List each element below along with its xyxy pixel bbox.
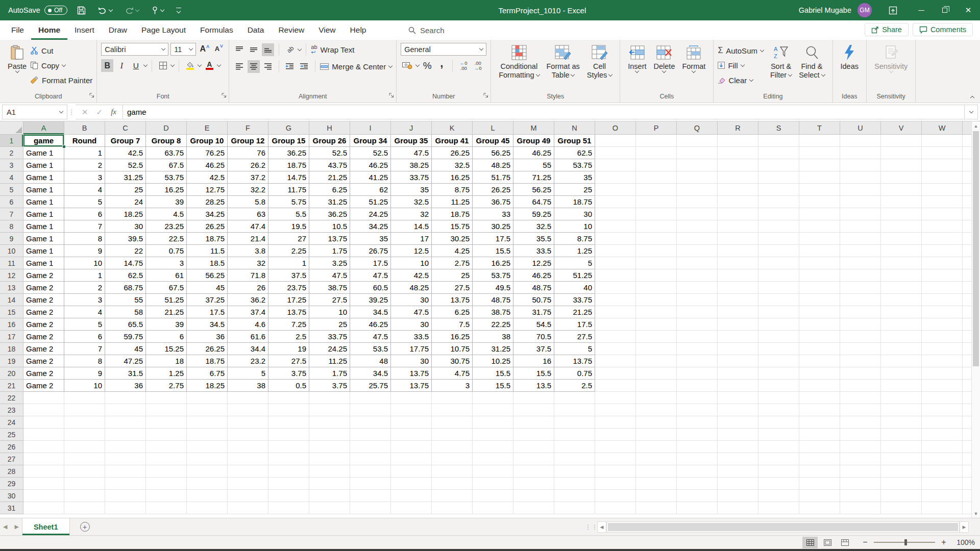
format-as-table-button[interactable]: Format as Table xyxy=(543,43,583,81)
cell-K5[interactable]: 8.75 xyxy=(432,184,473,196)
fill-button[interactable]: Fill xyxy=(718,59,764,72)
cell-A24[interactable] xyxy=(23,416,64,429)
cell-A1[interactable]: game xyxy=(23,135,64,147)
cell-N21[interactable]: 2.5 xyxy=(554,380,595,392)
cell-I1[interactable]: Group 34 xyxy=(350,135,391,147)
cell-J24[interactable] xyxy=(391,416,432,429)
cell-E5[interactable]: 12.75 xyxy=(187,184,228,196)
ribbon-tab-insert[interactable]: Insert xyxy=(67,20,102,40)
cell-O2[interactable] xyxy=(595,147,636,159)
cell-V19[interactable] xyxy=(881,355,922,367)
cell-D27[interactable] xyxy=(146,453,187,465)
cell-J18[interactable]: 17.75 xyxy=(391,343,432,355)
ribbon-tab-view[interactable]: View xyxy=(311,20,342,40)
ribbon-tab-draw[interactable]: Draw xyxy=(102,20,134,40)
cell-W10[interactable] xyxy=(922,245,963,257)
font-name-select[interactable]: Calibri xyxy=(101,43,168,56)
cell-C24[interactable] xyxy=(105,416,146,429)
cell-H20[interactable]: 1.75 xyxy=(309,367,350,380)
cell-B17[interactable]: 6 xyxy=(64,331,105,343)
cell-Q31[interactable] xyxy=(677,502,718,514)
cell-C7[interactable]: 18.25 xyxy=(105,208,146,220)
cell-U26[interactable] xyxy=(840,441,881,453)
cell-J7[interactable]: 32 xyxy=(391,208,432,220)
cell-P15[interactable] xyxy=(636,306,677,318)
delete-cells-button[interactable]: Delete xyxy=(650,43,679,73)
cell-P13[interactable] xyxy=(636,282,677,294)
cell-V10[interactable] xyxy=(881,245,922,257)
cell-U23[interactable] xyxy=(840,404,881,416)
row-header-20[interactable]: 20 xyxy=(0,367,23,380)
cell-F19[interactable]: 23.2 xyxy=(228,355,268,367)
cell-P19[interactable] xyxy=(636,355,677,367)
cell-S14[interactable] xyxy=(758,294,799,306)
row-header-3[interactable]: 3 xyxy=(0,159,23,171)
cell-Q24[interactable] xyxy=(677,416,718,429)
cell-A17[interactable]: Game 2 xyxy=(23,331,64,343)
col-header-D[interactable]: D xyxy=(146,121,187,134)
cell-U19[interactable] xyxy=(840,355,881,367)
cell-W25[interactable] xyxy=(922,429,963,441)
cell-I28[interactable] xyxy=(350,465,391,478)
align-left-button[interactable] xyxy=(233,60,246,73)
cell-M31[interactable] xyxy=(513,502,554,514)
cell-H25[interactable] xyxy=(309,429,350,441)
cell-D11[interactable]: 3 xyxy=(146,257,187,269)
cell-C22[interactable] xyxy=(105,392,146,404)
cell-R9[interactable] xyxy=(718,233,758,245)
cell-I30[interactable] xyxy=(350,490,391,502)
cell-T14[interactable] xyxy=(799,294,840,306)
ideas-button[interactable]: Ideas xyxy=(837,43,862,72)
cell-T21[interactable] xyxy=(799,380,840,392)
cell-M13[interactable]: 48.75 xyxy=(513,282,554,294)
cell-S30[interactable] xyxy=(758,490,799,502)
share-button[interactable]: Share xyxy=(865,23,909,36)
fill-color-button[interactable] xyxy=(184,59,196,72)
cell-K6[interactable]: 11.25 xyxy=(432,196,473,208)
cell-P22[interactable] xyxy=(636,392,677,404)
cell-F31[interactable] xyxy=(228,502,268,514)
cell-O1[interactable] xyxy=(595,135,636,147)
cell-T19[interactable] xyxy=(799,355,840,367)
cell-A3[interactable]: Game 1 xyxy=(23,159,64,171)
cell-H24[interactable] xyxy=(309,416,350,429)
find-select-button[interactable]: Find & Select xyxy=(795,43,828,81)
cell-K25[interactable] xyxy=(432,429,473,441)
cell-A23[interactable] xyxy=(23,404,64,416)
col-header-A[interactable]: A xyxy=(23,121,64,134)
cell-I20[interactable]: 34.5 xyxy=(350,367,391,380)
cell-V13[interactable] xyxy=(881,282,922,294)
cell-D7[interactable]: 4.5 xyxy=(146,208,187,220)
cell-H6[interactable]: 31.25 xyxy=(309,196,350,208)
cell-L29[interactable] xyxy=(473,478,513,490)
cell-N20[interactable]: 0.75 xyxy=(554,367,595,380)
cell-C27[interactable] xyxy=(105,453,146,465)
cell-O28[interactable] xyxy=(595,465,636,478)
col-header-H[interactable]: H xyxy=(309,121,350,134)
vertical-scrollbar[interactable]: ▲ ▼ xyxy=(971,121,980,518)
cell-F27[interactable] xyxy=(228,453,268,465)
cell-H19[interactable]: 11.25 xyxy=(309,355,350,367)
cell-U6[interactable] xyxy=(840,196,881,208)
cell-O13[interactable] xyxy=(595,282,636,294)
cell-J25[interactable] xyxy=(391,429,432,441)
cell-N2[interactable]: 62.5 xyxy=(554,147,595,159)
italic-button[interactable]: I xyxy=(115,59,128,72)
cell-G31[interactable] xyxy=(268,502,309,514)
cell-F12[interactable]: 71.8 xyxy=(228,269,268,282)
paste-button[interactable]: Paste xyxy=(4,43,30,73)
cell-T17[interactable] xyxy=(799,331,840,343)
cell-C5[interactable]: 25 xyxy=(105,184,146,196)
align-bottom-button[interactable] xyxy=(262,43,274,56)
collapse-ribbon-button[interactable] xyxy=(970,96,974,100)
cell-C18[interactable]: 45 xyxy=(105,343,146,355)
cell-U27[interactable] xyxy=(840,453,881,465)
cell-M10[interactable]: 33.5 xyxy=(513,245,554,257)
cell-U21[interactable] xyxy=(840,380,881,392)
cell-F7[interactable]: 63 xyxy=(228,208,268,220)
cell-B28[interactable] xyxy=(64,465,105,478)
cell-F1[interactable]: Group 12 xyxy=(228,135,268,147)
cell-J31[interactable] xyxy=(391,502,432,514)
cell-S19[interactable] xyxy=(758,355,799,367)
cell-U18[interactable] xyxy=(840,343,881,355)
